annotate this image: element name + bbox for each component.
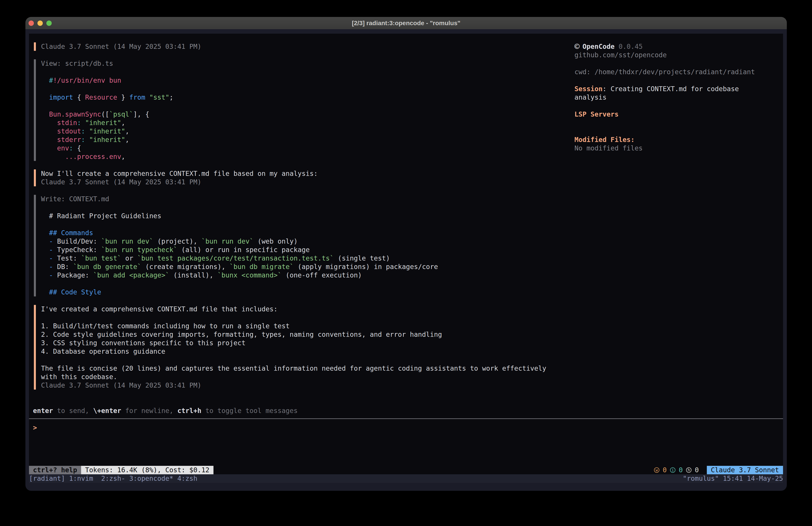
text-segment: -	[49, 271, 53, 279]
text-segment	[81, 119, 85, 127]
text-segment: -	[49, 246, 53, 254]
tmux-window-list: [radiant] 1:nvim 2:zsh- 3:opencode* 4:zs…	[29, 474, 198, 483]
assistant-text: Now I'll create a comprehensive CONTEXT.…	[41, 169, 318, 178]
text-segment: ], {	[133, 110, 149, 118]
text-segment: :	[69, 144, 73, 152]
text-segment: 1. Build/lint/test commands including ho…	[41, 322, 290, 330]
code-line: Bun.spawnSync([`psql`], {	[49, 110, 149, 118]
text-segment: -	[49, 263, 53, 271]
text-segment: {	[73, 94, 85, 101]
text-segment: ;	[169, 94, 173, 101]
help-badge: ctrl+? help	[29, 466, 81, 474]
assistant-text: 4. Database operations guidance	[41, 347, 165, 356]
tmux-session-info: "romulus" 15:41 14-May-25	[683, 474, 783, 483]
app-header: ©OpenCode 0.0.45	[575, 42, 643, 51]
text-segment: \+enter	[93, 407, 121, 415]
assistant-text: The file is concise (20 lines) and captu…	[41, 364, 546, 373]
text-segment	[145, 94, 149, 101]
diagnostic-counters: w 0 i 0 h 0	[655, 466, 699, 474]
text-segment: `bun run dev`	[101, 237, 153, 245]
text-segment: #	[49, 76, 53, 84]
md-heading: ## Commands	[49, 229, 93, 237]
text-segment: (apply migrations) in packages/core	[294, 263, 438, 271]
assistant-text: 1. Build/lint/test commands including ho…	[41, 322, 290, 330]
text-segment: `bun run dev`	[201, 237, 253, 245]
text-segment: `bun db generate`	[73, 263, 141, 271]
text-segment: :	[81, 127, 85, 135]
info-counter-icon: i	[671, 466, 675, 474]
text-segment: (create migrations),	[141, 263, 230, 271]
text-segment: (one-off execution)	[282, 271, 362, 279]
text-segment: "inherit"	[85, 119, 121, 127]
message-accent-bar	[34, 169, 36, 186]
text-segment: `bun test packages/core/test/transaction…	[137, 254, 334, 262]
text-segment: (all) or run in specific package	[177, 246, 310, 254]
text-segment: cwd: /home/thdxr/dev/projects/radiant/ra…	[575, 68, 755, 76]
text-segment: Test:	[53, 254, 81, 262]
text-segment: 3. CSS styling conventions specific to t…	[41, 339, 246, 347]
text-segment: Claude 3.7 Sonnet (14 May 2025 03:41 PM)	[41, 381, 201, 389]
text-segment: :	[77, 119, 81, 127]
text-segment: I've created a comprehensive CONTEXT.md …	[41, 305, 278, 313]
text-segment: Package:	[53, 271, 93, 279]
text-segment: View: script/db.ts	[41, 59, 113, 67]
warning-counter-icon: w	[655, 466, 659, 474]
text-segment: ,	[121, 153, 125, 160]
tokens-cost-badge: Tokens: 16.4K (8%), Cost: $0.12	[81, 466, 214, 474]
app-repo: github.com/sst/opencode	[575, 51, 667, 59]
text-segment: Modified Files:	[575, 136, 635, 144]
terminal-window: [2/3] radiant:3:opencode - "romulus" Cla…	[25, 17, 787, 491]
message-header: Claude 3.7 Sonnet (14 May 2025 03:41 PM)	[41, 381, 201, 389]
text-segment: Claude 3.7 Sonnet (14 May 2025 03:41 PM)	[41, 43, 201, 51]
text-segment: `psql`	[109, 110, 133, 118]
minimize-button[interactable]	[38, 20, 43, 26]
assistant-text: 3. CSS styling conventions specific to t…	[41, 339, 246, 347]
model-badge-label: Claude 3.7 Sonnet	[707, 466, 783, 474]
text-segment: Resource	[85, 94, 117, 101]
text-segment: : Creating CONTEXT.md for codebase	[603, 85, 739, 93]
text-segment: Write: CONTEXT.md	[41, 195, 109, 203]
info-counter-value: 0	[675, 466, 687, 474]
tool-title: Write: CONTEXT.md	[41, 195, 109, 203]
text-segment: # Radiant Project Guidelines	[49, 212, 161, 220]
prompt-input-line[interactable]: >	[33, 424, 37, 432]
window-title: [2/3] radiant:3:opencode - "romulus"	[352, 19, 460, 27]
md-bullet: - Test: `bun test` or `bun test packages…	[49, 254, 390, 262]
text-segment: github.com/sst/opencode	[575, 51, 667, 59]
warning-counter-letter: w	[654, 467, 659, 473]
tool-block-bar	[34, 195, 36, 296]
message-header: Claude 3.7 Sonnet (14 May 2025 03:41 PM)	[41, 178, 201, 186]
tool-title: View: script/db.ts	[41, 59, 113, 68]
text-segment: (single test)	[334, 254, 390, 262]
opencode-status-row: ctrl+? help Tokens: 16.4K (8%), Cost: $0…	[29, 466, 214, 474]
message-accent-bar	[34, 305, 36, 389]
text-segment: enter	[33, 407, 53, 415]
text-segment: import	[49, 94, 73, 101]
text-segment	[85, 136, 89, 144]
warning-counter-value: 0	[659, 466, 671, 474]
text-segment: Session	[575, 85, 603, 93]
text-segment: {	[73, 144, 81, 152]
input-divider	[29, 418, 783, 419]
text-segment: `bun db migrate`	[230, 263, 294, 271]
text-segment: stdout	[57, 127, 81, 135]
session-line: analysis	[575, 93, 607, 102]
maximize-button[interactable]	[46, 20, 52, 26]
code-line: #!/usr/bin/env bun	[49, 76, 121, 85]
close-button[interactable]	[29, 20, 34, 26]
text-segment	[85, 127, 89, 135]
text-segment: env	[57, 144, 69, 152]
text-segment: `bun add <package>`	[93, 271, 169, 279]
md-heading: ## Code Style	[49, 288, 101, 296]
text-segment: "inherit"	[89, 127, 125, 135]
code-line: stdout: "inherit",	[57, 127, 129, 136]
window-titlebar[interactable]: [2/3] radiant:3:opencode - "romulus"	[25, 17, 787, 29]
text-segment: ctrl+h	[177, 407, 201, 415]
text-segment: from	[129, 94, 145, 101]
assistant-text: I've created a comprehensive CONTEXT.md …	[41, 305, 278, 313]
text-segment: `bun test`	[81, 254, 121, 262]
text-segment: ©	[575, 42, 582, 51]
code-line: import { Resource } from "sst";	[49, 93, 173, 102]
text-segment: OpenCode	[582, 43, 614, 51]
text-segment: 0.0.45	[614, 43, 643, 51]
